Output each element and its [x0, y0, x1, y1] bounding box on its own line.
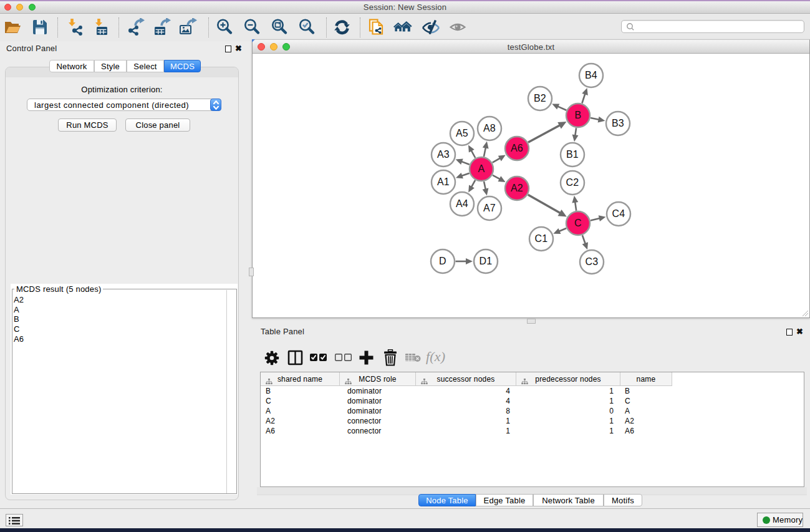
svg-text:A3: A3 — [437, 149, 450, 160]
svg-text:C2: C2 — [566, 177, 579, 188]
svg-text:A: A — [478, 163, 485, 174]
svg-text:C1: C1 — [535, 233, 548, 244]
svg-text:A5: A5 — [456, 128, 468, 138]
svg-text:A4: A4 — [456, 198, 468, 209]
svg-text:A6: A6 — [511, 143, 523, 153]
svg-text:C4: C4 — [612, 208, 625, 219]
svg-text:A7: A7 — [483, 203, 496, 213]
svg-text:B: B — [575, 110, 582, 120]
svg-text:D: D — [439, 256, 446, 266]
svg-text:A1: A1 — [437, 177, 450, 187]
svg-text:B1: B1 — [566, 149, 579, 160]
svg-text:B2: B2 — [534, 93, 546, 104]
svg-text:A2: A2 — [511, 183, 523, 193]
svg-text:C: C — [574, 218, 582, 228]
svg-text:C3: C3 — [586, 256, 599, 267]
svg-text:A8: A8 — [483, 123, 496, 133]
svg-text:B4: B4 — [585, 70, 597, 80]
svg-text:D1: D1 — [480, 256, 493, 266]
svg-text:B3: B3 — [612, 118, 624, 128]
